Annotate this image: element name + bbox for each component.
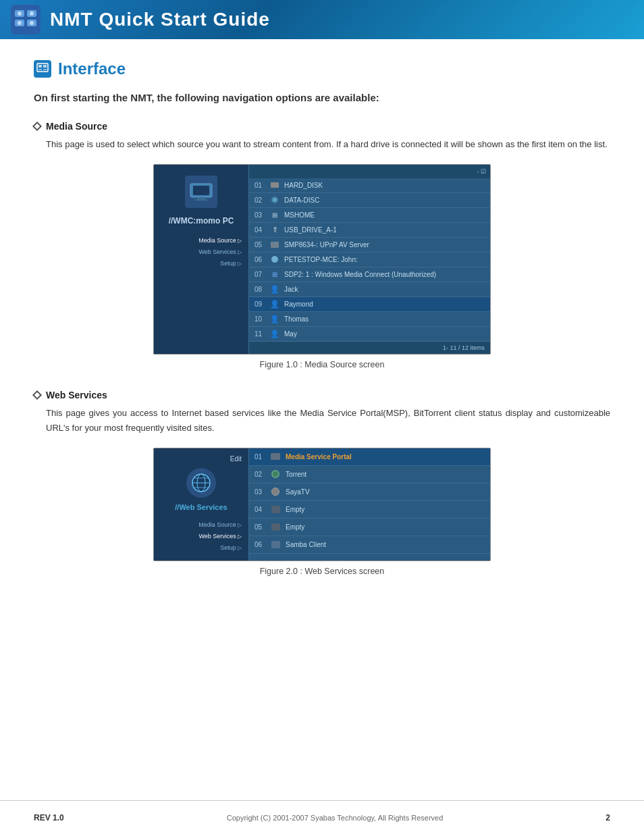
- web-services-title: Web Services: [46, 390, 107, 400]
- media-source-title-row: Media Source: [34, 121, 610, 132]
- section-heading: Interface: [34, 59, 610, 78]
- screen-left2-panel: Edit //Web Services Media Source Web Ser…: [154, 448, 248, 561]
- web-services-title-row: Web Services: [34, 390, 610, 400]
- footer-rev: REV 1.0: [34, 813, 64, 823]
- table-row: 04 ⇑ USB_DRIVE_A-1: [249, 223, 490, 238]
- screen-footer-bar: 1- 11 / 12 items: [249, 342, 490, 354]
- ws-item-number: 02: [254, 471, 269, 478]
- item-label: DATA-DISC: [284, 197, 319, 204]
- svg-rect-11: [38, 69, 42, 70]
- screen-footer-text: 1- 11 / 12 items: [443, 344, 485, 351]
- item-label: Raymond: [284, 301, 313, 308]
- saya-icon: [269, 487, 281, 496]
- disc-icon: [269, 196, 280, 204]
- item-number: 02: [254, 197, 269, 204]
- hdd-icon: [269, 181, 280, 189]
- svg-rect-9: [38, 65, 42, 68]
- media-source-screen: //WMC:momo PC Media Source Web Services …: [153, 164, 491, 355]
- left-nav2: Media Source Web Services Setup: [161, 519, 242, 554]
- left-nav: Media Source Web Services Setup: [161, 235, 242, 269]
- item-number: 06: [254, 256, 269, 263]
- screen-header-text: - ☑: [477, 168, 487, 175]
- item-label: Jack: [284, 286, 298, 293]
- footer-copyright: Copyright (C) 2001-2007 Syabas Technolog…: [227, 814, 444, 822]
- main-content: Interface On first starting the NMT, the…: [0, 39, 644, 637]
- svg-rect-15: [197, 197, 205, 199]
- item-label: SDP2: 1 : Windows Media Connect (Unautho…: [284, 271, 436, 278]
- table-row: 06 PETESTOP-MCE: John:: [249, 253, 490, 267]
- web-services-screen-label: //Web Services: [175, 503, 227, 511]
- item-number: 03: [254, 211, 269, 219]
- item-label: MSHOME: [284, 211, 315, 219]
- samba-icon: [269, 540, 281, 549]
- list-item: 05 Empty: [249, 519, 490, 536]
- item-label: USB_DRIVE_A-1: [284, 226, 337, 234]
- item-number: 11: [254, 330, 269, 338]
- person-icon: 👤: [269, 300, 280, 308]
- usb-icon: ⇑: [269, 226, 280, 234]
- ws-item-number: 01: [254, 453, 269, 461]
- wmc-label: //WMC:momo PC: [169, 216, 234, 226]
- web-services-description: This page gives you access to Internet b…: [46, 406, 610, 436]
- item-number: 04: [254, 226, 269, 234]
- ws-item-label: Media Service Portal: [286, 453, 352, 461]
- ws-item-label: Empty: [286, 506, 304, 513]
- header-logo-icon: [11, 5, 41, 34]
- table-row: 09 👤 Raymond: [249, 297, 490, 312]
- ws-item-number: 04: [254, 506, 269, 513]
- nav-web-services: Web Services: [161, 246, 242, 258]
- screen-right2-panel: 01 Media Service Portal 02 Torrent 03 Sa…: [248, 448, 490, 561]
- svg-point-7: [30, 21, 34, 25]
- table-row: 02 DATA-DISC: [249, 193, 490, 208]
- svg-rect-10: [43, 65, 47, 68]
- ws-item-number: 03: [254, 488, 269, 496]
- media-source-title: Media Source: [46, 121, 107, 132]
- diamond-icon: [32, 121, 42, 130]
- table-row: 08 👤 Jack: [249, 282, 490, 297]
- network-icon: ⊞: [269, 211, 280, 219]
- nav-setup2: Setup: [161, 542, 242, 554]
- nav-media-source: Media Source: [161, 235, 242, 246]
- item-number: 07: [254, 271, 269, 278]
- list-item: 06 Samba Client: [249, 536, 490, 554]
- ws-item-number: 05: [254, 523, 269, 531]
- dvd-icon: [269, 255, 280, 263]
- item-number: 10: [254, 315, 269, 323]
- interface-icon: [34, 60, 51, 78]
- web-services-subsection: Web Services This page gives you access …: [34, 390, 610, 576]
- table-row: 03 ⊞ MSHOME: [249, 208, 490, 223]
- item-label: HARD_DISK: [284, 182, 323, 189]
- screen-left-panel: //WMC:momo PC Media Source Web Services …: [154, 165, 248, 354]
- ws-item-label: Torrent: [286, 471, 306, 478]
- list-item: 01 Media Service Portal: [249, 448, 490, 466]
- list-item: 04 Empty: [249, 501, 490, 519]
- msp-icon: [269, 452, 281, 461]
- svg-rect-8: [37, 63, 48, 72]
- svg-point-5: [30, 11, 34, 16]
- table-row: 05 SMP8634-: UPnP AV Server: [249, 238, 490, 253]
- svg-point-4: [18, 11, 22, 16]
- item-label: PETESTOP-MCE: John:: [284, 256, 358, 263]
- ws-item-label: Empty: [286, 523, 304, 531]
- svg-rect-12: [43, 69, 47, 70]
- monitor-icon: [269, 240, 280, 249]
- nav-web-services2: Web Services: [161, 531, 242, 542]
- media-source-description: This page is used to select which source…: [46, 137, 610, 152]
- item-number: 05: [254, 241, 269, 249]
- windows-icon: ⊞: [269, 270, 280, 278]
- item-number: 01: [254, 182, 269, 189]
- item-number: 08: [254, 286, 269, 293]
- intro-text: On first starting the NMT, the following…: [34, 90, 610, 106]
- wmc-icon: [185, 176, 217, 208]
- svg-rect-14: [193, 186, 209, 195]
- list-item: 03 SayaTV: [249, 484, 490, 501]
- person-icon: 👤: [269, 330, 280, 338]
- section-title: Interface: [58, 59, 126, 78]
- item-number: 09: [254, 301, 269, 308]
- ws-item-label: Samba Client: [286, 541, 326, 548]
- figure-1-caption: Figure 1.0 : Media Source screen: [34, 360, 610, 369]
- ws-item-number: 06: [254, 541, 269, 548]
- ws-item-label: SayaTV: [286, 488, 310, 496]
- empty-icon-1: [269, 504, 281, 514]
- item-label: May: [284, 330, 297, 338]
